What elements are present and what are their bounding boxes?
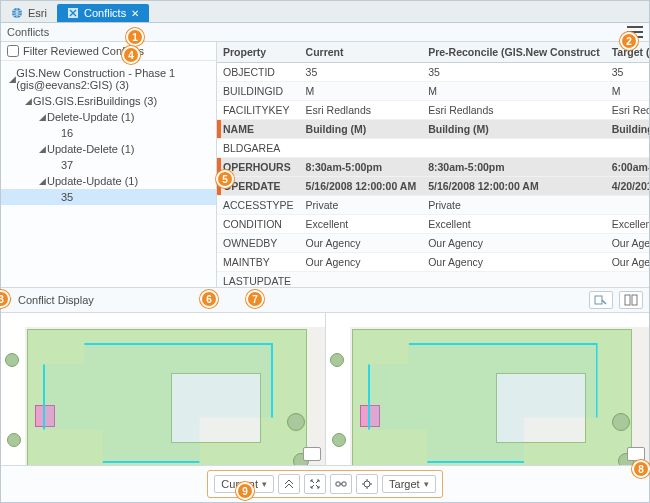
table-row[interactable]: OWNEDBYOur AgencyOur AgencyOur AgencyOur… xyxy=(217,234,649,253)
value-cell: 5/16/2008 12:00:00 AM xyxy=(422,177,606,196)
attribute-pane: PropertyCurrentPre-Reconcile (GIS.New Co… xyxy=(217,42,649,287)
map-current[interactable] xyxy=(1,313,326,465)
property-cell: CONDITION xyxy=(217,215,300,234)
tab-bar: Esri Conflicts ✕ xyxy=(1,1,649,23)
identify-tool-button[interactable] xyxy=(589,291,613,309)
callout-2: 2 xyxy=(620,32,638,50)
value-cell: Our Agency xyxy=(606,253,649,272)
tree-label: 37 xyxy=(61,159,73,171)
map-compare xyxy=(1,313,649,465)
property-cell: BUILDINGID xyxy=(217,82,300,101)
filter-row: Filter Reviewed Conflicts xyxy=(1,42,216,61)
table-row[interactable]: OBJECTID35353535 xyxy=(217,63,649,82)
panel-title: Conflicts xyxy=(7,26,49,38)
callout-8: 8 xyxy=(632,460,650,478)
svg-rect-4 xyxy=(632,295,637,305)
value-cell: Building (M) xyxy=(422,120,606,139)
column-header[interactable]: Current xyxy=(300,42,423,63)
value-cell xyxy=(606,196,649,215)
highlight-button[interactable] xyxy=(356,474,378,494)
conflict-tree[interactable]: ◢GIS.New Construction - Phase 1 (gis@eev… xyxy=(1,61,216,287)
tab-label: Esri xyxy=(28,7,47,19)
table-row[interactable]: OPERDATE5/16/2008 12:00:00 AM5/16/2008 1… xyxy=(217,177,649,196)
callout-9: 9 xyxy=(236,482,254,500)
tree-group[interactable]: ◢Update-Delete (1) xyxy=(1,141,216,157)
conflicts-window: Esri Conflicts ✕ Conflicts Filter Review… xyxy=(0,0,650,503)
property-cell: FACILITYKEY xyxy=(217,101,300,120)
value-cell: M xyxy=(300,82,423,101)
table-row[interactable]: BUILDINGIDMMMM xyxy=(217,82,649,101)
value-cell: Esri Redlands xyxy=(422,101,606,120)
value-cell xyxy=(422,139,606,158)
tab-conflicts[interactable]: Conflicts ✕ xyxy=(57,4,149,22)
filter-checkbox[interactable] xyxy=(7,45,19,57)
tab-esri[interactable]: Esri xyxy=(1,4,57,22)
value-cell xyxy=(300,139,423,158)
zoom-full-button[interactable] xyxy=(304,474,326,494)
value-cell: M xyxy=(422,82,606,101)
link-views-button[interactable] xyxy=(330,474,352,494)
value-cell: Our Agency xyxy=(300,253,423,272)
table-row[interactable]: CONDITIONExcellentExcellentExcellentUnkn… xyxy=(217,215,649,234)
main-split: Filter Reviewed Conflicts ◢GIS.New Const… xyxy=(1,42,649,288)
tree-root[interactable]: ◢GIS.New Construction - Phase 1 (gis@eev… xyxy=(1,65,216,93)
value-cell: 35 xyxy=(606,63,649,82)
value-cell: Excellent xyxy=(422,215,606,234)
value-cell xyxy=(606,139,649,158)
tree-label: Update-Update (1) xyxy=(47,175,138,187)
tree-leaf[interactable]: 16 xyxy=(1,125,216,141)
tree-group[interactable]: ◢Update-Update (1) xyxy=(1,173,216,189)
tree-dataset[interactable]: ◢GIS.GIS.EsriBuildings (3) xyxy=(1,93,216,109)
table-row[interactable]: LASTUPDATE xyxy=(217,272,649,288)
map-target[interactable] xyxy=(326,313,650,465)
tree-leaf[interactable]: 37 xyxy=(1,157,216,173)
value-cell: Private xyxy=(422,196,606,215)
property-cell: OBJECTID xyxy=(217,63,300,82)
dropdown-label: Target xyxy=(389,478,420,490)
callout-1: 1 xyxy=(126,28,144,46)
tree-label: GIS.GIS.EsriBuildings (3) xyxy=(33,95,157,107)
globe-icon xyxy=(11,7,23,19)
value-cell: 4/20/2011 12:00:00 AM xyxy=(606,177,649,196)
zoom-in-button[interactable] xyxy=(278,474,300,494)
display-title: Conflict Display xyxy=(18,294,94,306)
table-row[interactable]: FACILITYKEYEsri RedlandsEsri RedlandsEsr… xyxy=(217,101,649,120)
svg-rect-6 xyxy=(342,482,346,486)
target-version-dropdown[interactable]: Target▾ xyxy=(382,475,436,493)
value-cell: Private xyxy=(300,196,423,215)
table-row[interactable]: MAINTBYOur AgencyOur AgencyOur AgencyOur… xyxy=(217,253,649,272)
column-header[interactable]: Pre-Reconcile (GIS.New Construct xyxy=(422,42,606,63)
bottom-toolbar: Current▾ Target▾ xyxy=(1,465,649,502)
close-icon[interactable]: ✕ xyxy=(131,8,139,19)
value-cell xyxy=(300,272,423,288)
attribute-table: PropertyCurrentPre-Reconcile (GIS.New Co… xyxy=(217,42,649,287)
tree-label: Delete-Update (1) xyxy=(47,111,134,123)
conflicts-tree-pane: Filter Reviewed Conflicts ◢GIS.New Const… xyxy=(1,42,217,287)
layout-toggle-button[interactable] xyxy=(619,291,643,309)
callout-4: 4 xyxy=(122,46,140,64)
svg-point-8 xyxy=(364,481,370,487)
table-row[interactable]: OPERHOURS8:30am-5:00pm8:30am-5:00pm6:00a… xyxy=(217,158,649,177)
property-cell: LASTUPDATE xyxy=(217,272,300,288)
table-row[interactable]: NAMEBuilding (M)Building (M)Building MM xyxy=(217,120,649,139)
svg-rect-3 xyxy=(625,295,630,305)
conflict-icon xyxy=(67,7,79,19)
value-cell: Our Agency xyxy=(422,253,606,272)
tree-label: GIS.New Construction - Phase 1 (gis@eeva… xyxy=(16,67,216,91)
tree-leaf[interactable]: 35 xyxy=(1,189,216,205)
table-row[interactable]: ACCESSTYPEPrivatePrivate xyxy=(217,196,649,215)
value-cell: 6:00am-7:00pm xyxy=(606,158,649,177)
column-header[interactable]: Property xyxy=(217,42,300,63)
value-cell: Our Agency xyxy=(606,234,649,253)
value-cell xyxy=(606,272,649,288)
value-cell: Esri Redlands xyxy=(606,101,649,120)
tree-label: 35 xyxy=(61,191,73,203)
property-cell: BLDGAREA xyxy=(217,139,300,158)
value-cell: Building M xyxy=(606,120,649,139)
map-attribution-icon[interactable] xyxy=(627,447,645,461)
map-attribution-icon[interactable] xyxy=(303,447,321,461)
table-row[interactable]: BLDGAREA xyxy=(217,139,649,158)
property-cell: OWNEDBY xyxy=(217,234,300,253)
tree-group[interactable]: ◢Delete-Update (1) xyxy=(1,109,216,125)
value-cell: 8:30am-5:00pm xyxy=(300,158,423,177)
